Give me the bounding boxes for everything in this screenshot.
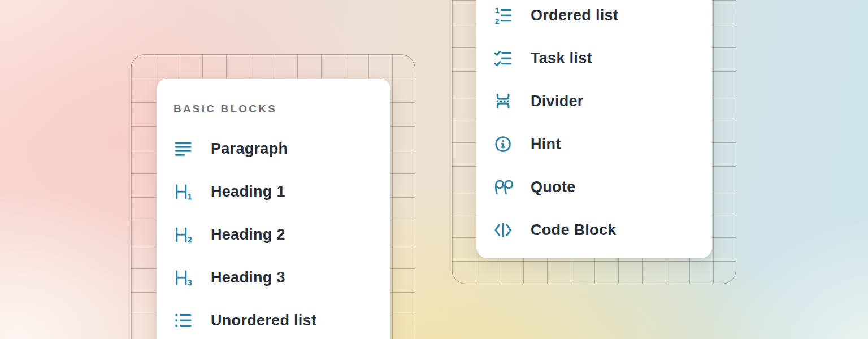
svg-text:2: 2 <box>188 235 192 244</box>
menu-item-label: Hint <box>531 137 561 152</box>
menu-item-label: Heading 3 <box>211 270 285 285</box>
divider-icon <box>493 92 514 110</box>
task-list-icon <box>493 49 514 67</box>
menu-item-quote[interactable]: Quote <box>476 166 712 208</box>
menu-item-unordered-list[interactable]: Unordered list <box>157 299 390 339</box>
basic-blocks-menu: BASIC BLOCKS Paragraph 1 Heading 1 <box>157 79 390 339</box>
menu-item-label: Unordered list <box>211 313 316 328</box>
menu-item-label: Code Block <box>531 223 617 238</box>
menu-item-hint[interactable]: Hint <box>476 123 712 166</box>
editor-insert-menu-illustration: BASIC BLOCKS Paragraph 1 Heading 1 <box>0 0 868 339</box>
svg-text:1: 1 <box>188 192 192 201</box>
svg-text:3: 3 <box>188 278 192 286</box>
unordered-list-icon <box>173 311 194 329</box>
ordered-list-icon: 1 2 <box>493 6 514 24</box>
menu-item-task-list[interactable]: Task list <box>476 37 712 80</box>
paragraph-icon <box>173 140 194 158</box>
menu-item-heading-2[interactable]: 2 Heading 2 <box>157 213 390 256</box>
menu-item-label: Paragraph <box>211 141 288 157</box>
menu-item-label: Heading 1 <box>211 184 285 199</box>
menu-item-paragraph[interactable]: Paragraph <box>157 127 390 170</box>
heading-2-icon: 2 <box>173 225 194 244</box>
svg-text:1: 1 <box>495 6 500 15</box>
menu-item-label: Ordered list <box>531 8 618 23</box>
basic-blocks-title: BASIC BLOCKS <box>173 95 390 123</box>
menu-item-ordered-list[interactable]: 1 2 Ordered list <box>476 0 712 37</box>
hint-icon <box>493 135 514 153</box>
heading-3-icon: 3 <box>173 268 194 286</box>
heading-1-icon: 1 <box>173 182 194 201</box>
menu-item-label: Heading 2 <box>211 227 285 242</box>
menu-item-divider[interactable]: Divider <box>476 80 712 123</box>
menu-item-label: Divider <box>531 94 584 109</box>
menu-item-label: Task list <box>531 51 592 66</box>
code-block-icon <box>493 221 514 239</box>
menu-item-heading-3[interactable]: 3 Heading 3 <box>157 256 390 299</box>
svg-text:2: 2 <box>495 17 500 25</box>
menu-item-code-block[interactable]: Code Block <box>476 208 712 251</box>
menu-item-label: Quote <box>531 180 576 195</box>
blocks-menu-continued: 1 2 Ordered list Task list <box>476 0 712 258</box>
menu-item-heading-1[interactable]: 1 Heading 1 <box>157 170 390 213</box>
quote-icon <box>493 178 514 196</box>
